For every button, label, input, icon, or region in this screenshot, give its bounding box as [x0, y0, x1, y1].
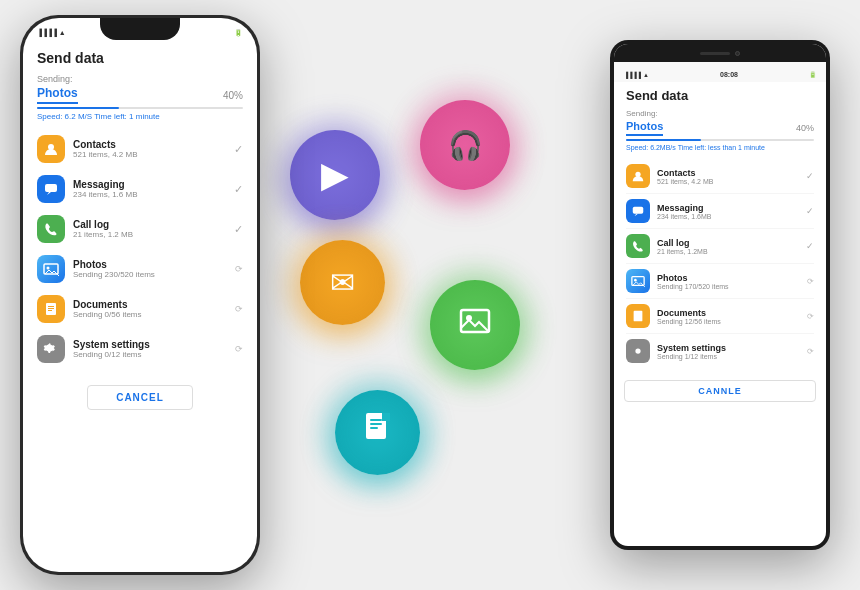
blob-envelope: ✉: [300, 240, 385, 325]
right-messaging-sub: 234 items, 1.6MB: [657, 213, 799, 220]
left-photos-info: Photos Sending 230/520 items: [73, 259, 227, 279]
right-settings-icon: [626, 339, 650, 363]
right-messaging-name: Messaging: [657, 203, 799, 213]
svg-rect-5: [370, 427, 378, 429]
right-contacts-info: Contacts 521 items, 4.2 MB: [657, 168, 799, 185]
svg-point-19: [634, 279, 637, 282]
left-messaging-sub: 234 items, 1.6 MB: [73, 190, 226, 199]
left-settings-info: System settings Sending 0/12 items: [73, 339, 227, 359]
notch: [100, 18, 180, 40]
right-speed-info: Speed: 6.2MB/s Time left: less than 1 mi…: [626, 144, 814, 151]
svg-point-10: [47, 267, 50, 270]
right-calllog-icon: [626, 234, 650, 258]
left-documents-icon: [37, 295, 65, 323]
svg-point-21: [635, 348, 640, 353]
left-app-content: Send data Sending: Photos 40% Speed: 6.2…: [23, 42, 257, 377]
svg-rect-8: [45, 184, 57, 192]
left-documents-info: Documents Sending 0/56 items: [73, 299, 227, 319]
left-list-item-photos: Photos Sending 230/520 items ⟳: [37, 249, 243, 289]
right-sending-row: Photos 40%: [626, 120, 814, 136]
right-phone-frame: ▐▐▐▐ ▲ 08:08 🔋 Send data Sending: Photos…: [610, 40, 830, 550]
left-contacts-icon: [37, 135, 65, 163]
right-settings-name: System settings: [657, 343, 800, 353]
right-camera-bar: [614, 44, 826, 62]
left-list-item-calllog: Call log 21 items, 1.2 MB ✓: [37, 209, 243, 249]
left-messaging-name: Messaging: [73, 179, 226, 190]
left-list-item-settings: System settings Sending 0/12 items ⟳: [37, 329, 243, 369]
right-photos-icon: [626, 269, 650, 293]
left-cancel-button[interactable]: CANCEL: [87, 385, 193, 410]
left-messaging-info: Messaging 234 items, 1.6 MB: [73, 179, 226, 199]
blob-image: [430, 280, 520, 370]
right-camera-dot: [735, 51, 740, 56]
left-settings-sub: Sending 0/12 items: [73, 350, 227, 359]
right-list-item-photos: Photos Sending 170/520 items ⟳: [626, 264, 814, 299]
left-contacts-sub: 521 items, 4.2 MB: [73, 150, 226, 159]
left-list-item-contacts: Contacts 521 items, 4.2 MB ✓: [37, 129, 243, 169]
right-settings-info: System settings Sending 1/12 items: [657, 343, 800, 360]
svg-rect-12: [48, 306, 54, 307]
right-list-item-documents: Documents Sending 12/56 items ⟳: [626, 299, 814, 334]
right-photos-name: Photos: [657, 273, 800, 283]
image-icon: [457, 304, 493, 347]
left-speed-info: Speed: 6.2 M/S Time left: 1 minute: [37, 112, 243, 121]
right-messaging-info: Messaging 234 items, 1.6MB: [657, 203, 799, 220]
right-speaker: [700, 52, 730, 55]
left-cancel-area: CANCEL: [23, 385, 257, 410]
headphone-icon: 🎧: [448, 129, 483, 162]
left-messaging-check: ✓: [234, 183, 243, 196]
left-documents-name: Documents: [73, 299, 227, 310]
left-photos-sub: Sending 230/520 items: [73, 270, 227, 279]
svg-rect-4: [370, 423, 382, 425]
right-documents-info: Documents Sending 12/56 items: [657, 308, 800, 325]
svg-rect-13: [48, 308, 54, 309]
left-photos-icon: [37, 255, 65, 283]
right-sending-type: Photos: [626, 120, 663, 136]
left-sending-label: Sending:: [37, 74, 243, 84]
right-signal-icon: ▐▐▐▐: [624, 72, 641, 78]
left-photos-loading: ⟳: [235, 264, 243, 274]
play-icon: ▶: [321, 154, 349, 196]
right-documents-sub: Sending 12/56 items: [657, 318, 800, 325]
doc-icon: [362, 411, 394, 454]
svg-rect-6: [382, 413, 390, 421]
right-contacts-check: ✓: [806, 171, 814, 181]
right-sending-label: Sending:: [626, 109, 814, 118]
right-list-item-messaging: Messaging 234 items, 1.6MB ✓: [626, 194, 814, 229]
left-battery-icon: 🔋: [234, 29, 243, 37]
left-messaging-icon: [37, 175, 65, 203]
scene: ▶ 🎧 ✉: [0, 0, 860, 590]
left-calllog-info: Call log 21 items, 1.2 MB: [73, 219, 226, 239]
left-sending-percent: 40%: [223, 90, 243, 101]
right-list-item-settings: System settings Sending 1/12 items ⟳: [626, 334, 814, 368]
envelope-icon: ✉: [330, 265, 355, 300]
right-cancel-button[interactable]: CANNLE: [624, 380, 816, 402]
svg-rect-17: [633, 207, 644, 214]
right-calllog-check: ✓: [806, 241, 814, 251]
left-calllog-check: ✓: [234, 223, 243, 236]
right-calllog-info: Call log 21 items, 1.2MB: [657, 238, 799, 255]
left-documents-sub: Sending 0/56 items: [73, 310, 227, 319]
right-status-bar: ▐▐▐▐ ▲ 08:08 🔋: [614, 62, 826, 82]
left-phone: ▐▐▐▐ ▲ 08:08 🔋 Send data Sending: Photos…: [20, 15, 260, 575]
svg-rect-14: [48, 310, 52, 311]
left-phone-frame: ▐▐▐▐ ▲ 08:08 🔋 Send data Sending: Photos…: [20, 15, 260, 575]
right-progress-fill: [626, 139, 701, 141]
right-calllog-sub: 21 items, 1.2MB: [657, 248, 799, 255]
left-app-title: Send data: [37, 50, 243, 66]
right-messaging-check: ✓: [806, 206, 814, 216]
blob-play: ▶: [290, 130, 380, 220]
left-settings-icon: [37, 335, 65, 363]
left-list-item-messaging: Messaging 234 items, 1.6 MB ✓: [37, 169, 243, 209]
left-list-item-documents: Documents Sending 0/56 items ⟳: [37, 289, 243, 329]
right-photos-sub: Sending 170/520 items: [657, 283, 800, 290]
right-list-item-calllog: Call log 21 items, 1.2MB ✓: [626, 229, 814, 264]
right-documents-name: Documents: [657, 308, 800, 318]
left-sending-row: Photos 40%: [37, 86, 243, 104]
right-documents-loading: ⟳: [807, 312, 814, 321]
right-messaging-icon: [626, 199, 650, 223]
left-settings-name: System settings: [73, 339, 227, 350]
right-list-item-contacts: Contacts 521 items, 4.2 MB ✓: [626, 159, 814, 194]
left-contacts-check: ✓: [234, 143, 243, 156]
left-phone-screen: ▐▐▐▐ ▲ 08:08 🔋 Send data Sending: Photos…: [23, 18, 257, 572]
